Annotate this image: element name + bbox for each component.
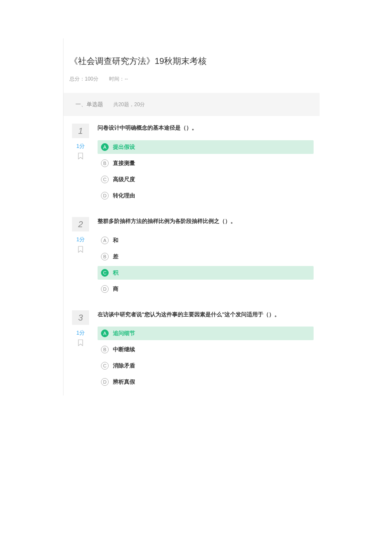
question-text: 问卷设计中明确概念的基本途径是（）。 — [98, 124, 314, 133]
section-header: 一、单选题 共20题，20分 — [63, 93, 320, 116]
question-main: 问卷设计中明确概念的基本途径是（）。A提出假设B直接测量C高级尺度D转化理由 — [92, 124, 314, 205]
exam-meta: 总分：100分 时间：-- — [69, 75, 320, 83]
option-letter: C — [101, 176, 109, 183]
option-letter: D — [101, 285, 109, 293]
option-letter: A — [101, 330, 109, 337]
option-text: 消除矛盾 — [113, 362, 135, 370]
answer-option[interactable]: B直接测量 — [98, 156, 314, 170]
exam-container: 《社会调查研究方法》19秋期末考核 总分：100分 时间：-- 一、单选题 共2… — [63, 38, 320, 396]
section-title: 一、单选题 — [75, 101, 103, 107]
option-text: 转化理由 — [113, 192, 135, 199]
question-block: 21分整群多阶抽样方法的抽样比例为各阶段抽样比例之（）。A和B差C积D商 — [63, 209, 320, 303]
option-text: 和 — [113, 237, 118, 244]
question-block: 11分问卷设计中明确概念的基本途径是（）。A提出假设B直接测量C高级尺度D转化理… — [63, 116, 320, 209]
question-block: 31分在访谈中研究者说"您认为这件事的主要因素是什么"这个发问适用于（）。A追问… — [63, 303, 320, 396]
answer-option[interactable]: D转化理由 — [98, 189, 314, 202]
question-text: 在访谈中研究者说"您认为这件事的主要因素是什么"这个发问适用于（）。 — [98, 310, 314, 319]
question-main: 在访谈中研究者说"您认为这件事的主要因素是什么"这个发问适用于（）。A追问细节B… — [92, 310, 314, 392]
option-letter: B — [101, 253, 109, 260]
option-letter: A — [101, 143, 109, 151]
answer-option[interactable]: D商 — [98, 282, 314, 296]
option-letter: A — [101, 237, 109, 244]
question-side: 21分 — [69, 217, 92, 298]
option-text: 差 — [113, 253, 118, 260]
answer-option[interactable]: B差 — [98, 250, 314, 263]
option-text: 高级尺度 — [113, 176, 135, 183]
answer-option[interactable]: D辨析真假 — [98, 375, 314, 389]
option-text: 提出假设 — [113, 143, 135, 151]
questions-list: 11分问卷设计中明确概念的基本途径是（）。A提出假设B直接测量C高级尺度D转化理… — [63, 116, 320, 396]
answer-option[interactable]: A和 — [98, 234, 314, 247]
question-score: 1分 — [69, 236, 92, 243]
option-letter: D — [101, 192, 109, 199]
section-info: 共20题，20分 — [113, 101, 145, 107]
question-side: 11分 — [69, 124, 92, 205]
option-letter: D — [101, 378, 109, 386]
question-side: 31分 — [69, 310, 92, 392]
answer-option[interactable]: A提出假设 — [98, 140, 314, 154]
option-text: 直接测量 — [113, 159, 135, 167]
option-letter: C — [101, 269, 109, 277]
bookmark-icon[interactable] — [69, 339, 92, 347]
option-text: 商 — [113, 285, 118, 293]
option-text: 中断继续 — [113, 346, 135, 353]
bookmark-icon[interactable] — [69, 246, 92, 254]
option-text: 积 — [113, 269, 118, 277]
option-letter: B — [101, 346, 109, 353]
exam-title: 《社会调查研究方法》19秋期末考核 — [69, 55, 320, 67]
exam-header: 《社会调查研究方法》19秋期末考核 总分：100分 时间：-- — [63, 38, 320, 83]
question-main: 整群多阶抽样方法的抽样比例为各阶段抽样比例之（）。A和B差C积D商 — [92, 217, 314, 298]
question-text: 整群多阶抽样方法的抽样比例为各阶段抽样比例之（）。 — [98, 217, 314, 226]
option-letter: C — [101, 362, 109, 370]
total-score-label: 总分：100分 — [69, 76, 98, 82]
option-letter: B — [101, 159, 109, 167]
bookmark-icon[interactable] — [69, 153, 92, 161]
answer-option[interactable]: C积 — [98, 266, 314, 280]
question-score: 1分 — [69, 329, 92, 337]
answer-option[interactable]: A追问细节 — [98, 327, 314, 340]
time-label: 时间：-- — [109, 76, 128, 82]
answer-option[interactable]: B中断继续 — [98, 343, 314, 356]
question-score: 1分 — [69, 142, 92, 150]
question-number: 2 — [72, 217, 89, 231]
option-text: 追问细节 — [113, 330, 135, 337]
option-text: 辨析真假 — [113, 378, 135, 386]
answer-option[interactable]: C高级尺度 — [98, 173, 314, 186]
question-number: 1 — [72, 124, 89, 138]
answer-option[interactable]: C消除矛盾 — [98, 359, 314, 373]
question-number: 3 — [72, 310, 89, 325]
